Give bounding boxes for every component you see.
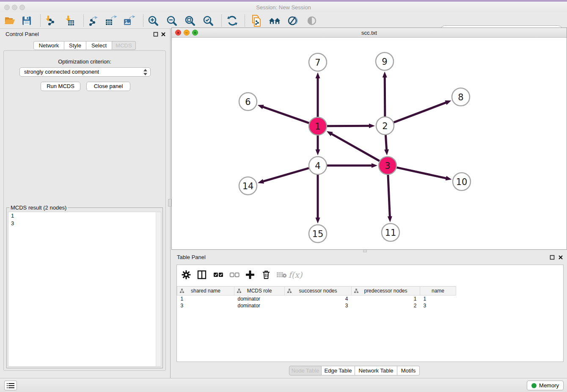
graph-edge-2-9[interactable] <box>385 76 385 116</box>
first-neighbors-icon[interactable] <box>268 15 281 26</box>
mcds-result-line: 1 <box>8 212 161 220</box>
table-panel-title: Table Panel <box>177 254 206 260</box>
graph-node-label: 2 <box>382 121 388 131</box>
column-header-name[interactable]: name <box>420 287 456 295</box>
run-mcds-button[interactable]: Run MCDS <box>41 82 80 91</box>
table-row[interactable]: 3dominator323 <box>177 302 456 309</box>
float-panel-icon[interactable] <box>153 31 159 37</box>
import-network-icon[interactable] <box>44 15 57 26</box>
table-tab-edge-table[interactable]: Edge Table <box>322 366 355 375</box>
table-cell[interactable]: 3 <box>420 302 456 309</box>
export-image-icon[interactable] <box>123 15 135 26</box>
graph-node-label: 11 <box>385 228 396 238</box>
graph-edge-3-1[interactable] <box>330 133 379 161</box>
column-type-icon <box>354 289 359 293</box>
column-type-icon <box>179 289 184 293</box>
split-panel-icon[interactable] <box>196 269 208 280</box>
export-network-icon[interactable] <box>86 15 99 26</box>
edge-arrowhead <box>369 124 375 128</box>
control-tab-mcds[interactable]: MCDS <box>112 41 136 50</box>
toggle-visibility-icon[interactable] <box>306 15 318 26</box>
edge-arrowhead <box>258 179 264 184</box>
import-table-icon[interactable] <box>63 15 76 26</box>
control-tab-style[interactable]: Style <box>64 41 86 50</box>
zoom-out-icon[interactable] <box>165 15 178 26</box>
control-tab-select[interactable]: Select <box>86 41 112 50</box>
select-all-columns-icon[interactable] <box>212 269 224 280</box>
table-cell[interactable]: 3 <box>177 302 234 309</box>
column-header-predecessor-nodes[interactable]: predecessor nodes <box>352 287 420 295</box>
delete-column-icon[interactable] <box>260 269 272 280</box>
table-cell[interactable]: 2 <box>352 302 420 309</box>
graph-edge-1-2[interactable] <box>327 126 370 126</box>
column-header-mcds-role[interactable]: MCDS role <box>234 287 285 295</box>
network-view-window: × − + scc.txt 1234678910111415 <box>171 28 567 250</box>
table-float-panel-icon[interactable] <box>549 254 555 260</box>
graph-edge-2-3[interactable] <box>385 135 386 151</box>
table-cell[interactable]: 1 <box>420 295 456 302</box>
status-bar: Memory <box>0 378 567 392</box>
export-table-icon[interactable] <box>105 15 117 26</box>
vertical-splitter[interactable] <box>168 29 171 378</box>
node-table-panel: f(x) shared nameMCDS rolesuccessor nodes… <box>176 265 564 362</box>
toolbar-separator <box>221 14 222 27</box>
toolbar-separator <box>245 14 245 27</box>
table-cell[interactable]: 1 <box>352 295 420 302</box>
table-settings-icon[interactable] <box>180 269 192 280</box>
table-cell[interactable]: dominator <box>234 295 285 302</box>
table-cell[interactable]: dominator <box>234 302 285 309</box>
table-tab-node-table[interactable]: Node Table <box>289 366 322 375</box>
graph-node-label: 1 <box>315 121 320 132</box>
task-history-button[interactable] <box>4 381 17 390</box>
graph-node-label: 8 <box>458 92 463 102</box>
graph-edge-2-8[interactable] <box>394 102 447 122</box>
network-canvas-svg[interactable]: 1234678910111415 <box>172 38 567 249</box>
control-panel-title: Control Panel <box>6 31 39 37</box>
graph-edge-3-11[interactable] <box>388 175 390 218</box>
table-cell[interactable]: 4 <box>285 295 352 302</box>
control-panel-tabs: NetworkStyleSelectMCDS <box>33 41 136 50</box>
graph-edge-3-10[interactable] <box>396 168 447 179</box>
refresh-view-icon[interactable] <box>226 15 239 26</box>
table-cell[interactable]: 1 <box>177 295 234 302</box>
table-close-panel-icon[interactable] <box>558 254 564 260</box>
zoom-selected-icon[interactable] <box>202 15 215 26</box>
clone-network-icon[interactable] <box>250 15 262 26</box>
function-builder-icon[interactable]: f(x) <box>289 269 301 280</box>
graph-edge-4-14[interactable] <box>262 168 309 182</box>
table-row[interactable]: 1dominator411 <box>177 295 456 302</box>
main-toolbar <box>0 12 567 29</box>
splitter-grip[interactable] <box>168 199 171 207</box>
toolbar-separator <box>83 14 84 27</box>
graph-node-label: 3 <box>385 161 390 171</box>
edge-arrowhead <box>316 218 320 224</box>
delete-table-icon[interactable] <box>276 269 288 280</box>
edge-arrowhead <box>388 216 392 222</box>
add-column-icon[interactable] <box>244 269 256 280</box>
graph-edge-1-6[interactable] <box>262 107 309 123</box>
table-tab-network-table[interactable]: Network Table <box>355 366 397 375</box>
graphics-details-icon[interactable] <box>286 15 299 26</box>
network-window-titlebar: × − + scc.txt <box>172 28 567 38</box>
criterion-dropdown[interactable]: strongly connected component <box>19 67 151 77</box>
unselect-all-columns-icon[interactable] <box>228 269 240 280</box>
open-session-icon[interactable] <box>3 15 16 26</box>
control-tab-network[interactable]: Network <box>33 41 64 50</box>
edge-arrowhead <box>445 100 451 105</box>
edge-arrowhead <box>258 105 264 109</box>
zoom-fit-icon[interactable] <box>184 15 196 26</box>
column-header-successor-nodes[interactable]: successor nodes <box>285 287 352 295</box>
mcds-result-textarea[interactable]: 13 <box>8 212 161 367</box>
edge-arrowhead <box>372 163 377 168</box>
table-tab-motifs[interactable]: Motifs <box>397 366 420 375</box>
result-scrollbar[interactable] <box>156 212 161 366</box>
close-panel-button[interactable]: Close panel <box>86 82 130 91</box>
close-panel-icon[interactable] <box>160 31 166 37</box>
table-cell[interactable]: 3 <box>285 302 352 309</box>
save-session-icon[interactable] <box>20 15 33 26</box>
table-toolbar: f(x) <box>177 265 563 284</box>
memory-button[interactable]: Memory <box>527 381 564 390</box>
column-header-shared-name[interactable]: shared name <box>177 287 234 295</box>
node-table: shared nameMCDS rolesuccessor nodesprede… <box>177 286 456 309</box>
zoom-in-icon[interactable] <box>147 15 160 26</box>
